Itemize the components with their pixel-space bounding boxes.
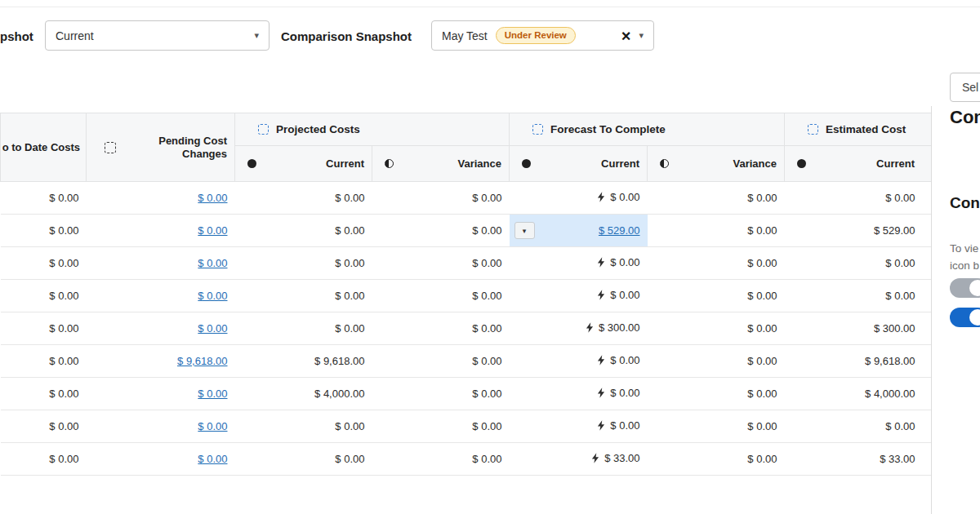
- toggle-knob: [969, 280, 980, 296]
- expand-row-button[interactable]: ▾: [514, 222, 535, 239]
- pending-cost-link[interactable]: $ 0.00: [198, 224, 227, 237]
- pending-cost-link[interactable]: $ 0.00: [198, 322, 227, 335]
- table-row: $ 0.00$ 0.00$ 0.00$ 0.00$ 33.00$ 0.00$ 3…: [1, 443, 932, 476]
- forecast-current-cell: $ 0.00: [510, 247, 648, 280]
- group-label: Forecast To Complete: [550, 123, 666, 135]
- snapshot-compare-icon: [532, 124, 543, 135]
- forecast-variance-cell: $ 0.00: [648, 345, 785, 378]
- forecast-current-value: $ 0.00: [610, 387, 639, 399]
- estimated-current-cell: $ 0.00: [785, 182, 932, 215]
- budget-comparison-screen: pshot Current ▾ Comparison Snapshot May …: [0, 0, 980, 514]
- column-toggle-off[interactable]: [950, 278, 980, 298]
- pending-cost-link[interactable]: $ 0.00: [198, 257, 227, 269]
- pending-cost-cell: $ 0.00: [87, 182, 235, 215]
- forecast-current-value: $ 0.00: [610, 191, 639, 203]
- forecast-current-cell: $ 300.00: [510, 312, 648, 345]
- forecast-current-cell: $ 33.00: [510, 443, 648, 476]
- forecast-current-value: $ 0.00: [610, 419, 639, 432]
- projected-variance-cell: $ 0.00: [372, 345, 510, 378]
- forecast-current-cell: $ 0.00: [510, 280, 648, 312]
- projected-variance-cell: $ 0.00: [372, 312, 510, 345]
- job-to-date-cell: $ 0.00: [1, 443, 87, 476]
- solid-circle-icon: [522, 159, 531, 168]
- forecast-current-link[interactable]: $ 529.00: [599, 224, 640, 237]
- lightning-icon: [586, 322, 594, 333]
- panel-title: Con: [950, 107, 980, 128]
- forecast-current-cell: $ 0.00: [510, 378, 648, 410]
- forecast-current-cell: ▾$ 529.00: [510, 215, 648, 247]
- pending-cost-link[interactable]: $ 0.00: [198, 453, 227, 465]
- estimated-current-cell: $ 4,000.00: [785, 378, 932, 410]
- half-circle-icon: [660, 159, 669, 168]
- projected-variance-cell: $ 0.00: [372, 378, 510, 410]
- projected-variance-cell: $ 0.00: [372, 443, 510, 476]
- lightning-icon: [597, 257, 605, 268]
- forecast-variance-cell: $ 0.00: [648, 182, 785, 215]
- pending-cost-cell: $ 0.00: [87, 280, 235, 312]
- estimated-current-cell: $ 0.00: [785, 280, 932, 312]
- comparison-snapshot-select[interactable]: May Test Under Review × ▾: [431, 20, 654, 51]
- estimated-current-cell: $ 9,618.00: [785, 345, 932, 378]
- pending-cost-link[interactable]: $ 0.00: [198, 420, 227, 432]
- snapshot-select[interactable]: Current ▾: [45, 20, 270, 51]
- projected-variance-cell: $ 0.00: [372, 182, 510, 215]
- half-circle-icon: [385, 159, 394, 168]
- projected-current-cell: $ 0.00: [235, 280, 372, 312]
- chevron-down-icon: ▾: [639, 31, 644, 40]
- table-row: $ 0.00$ 0.00$ 0.00$ 0.00▾$ 529.00$ 0.00$…: [1, 215, 932, 247]
- job-to-date-cell: $ 0.00: [1, 345, 87, 378]
- pending-cost-cell: $ 0.00: [87, 247, 235, 280]
- comparison-select-value: May Test: [442, 29, 488, 42]
- lightning-icon: [591, 453, 599, 463]
- column-header-projected-variance: Variance: [372, 146, 510, 182]
- group-label: Projected Costs: [276, 123, 360, 135]
- table-row: $ 0.00$ 0.00$ 0.00$ 0.00$ 0.00$ 0.00$ 0.…: [1, 247, 932, 280]
- select-button[interactable]: Sel: [950, 73, 980, 102]
- table-row: $ 0.00$ 0.00$ 0.00$ 0.00$ 300.00$ 0.00$ …: [1, 312, 932, 345]
- estimated-current-cell: $ 33.00: [785, 443, 932, 476]
- snapshot-compare-icon: [258, 124, 269, 135]
- job-to-date-cell: $ 0.00: [1, 280, 87, 312]
- budget-comparison-table: o to Date Costs Pending Cost Changes Pro…: [0, 113, 931, 476]
- projected-variance-cell: $ 0.00: [372, 410, 510, 443]
- snapshot-label: pshot: [0, 29, 36, 43]
- pending-cost-link[interactable]: $ 0.00: [198, 388, 227, 400]
- column-header-forecast-variance: Variance: [648, 146, 785, 182]
- forecast-current-value: $ 0.00: [610, 289, 639, 301]
- job-to-date-cell: $ 0.00: [1, 378, 87, 410]
- job-to-date-cell: $ 0.00: [1, 312, 87, 345]
- panel-divider: [931, 106, 932, 514]
- forecast-current-value: $ 0.00: [610, 256, 639, 268]
- table-row: $ 0.00$ 0.00$ 4,000.00$ 0.00$ 0.00$ 0.00…: [1, 378, 932, 410]
- pending-cost-link[interactable]: $ 0.00: [198, 290, 227, 302]
- forecast-current-cell: $ 0.00: [510, 410, 648, 443]
- projected-current-cell: $ 0.00: [235, 247, 372, 280]
- group-header-row: o to Date Costs Pending Cost Changes Pro…: [1, 113, 932, 146]
- forecast-current-cell: $ 0.00: [510, 345, 648, 378]
- pending-cost-cell: $ 0.00: [87, 312, 235, 345]
- column-toggle-on[interactable]: [950, 308, 980, 327]
- group-header-projected-costs: Projected Costs: [235, 113, 510, 146]
- estimated-current-cell: $ 0.00: [785, 410, 932, 443]
- clear-selection-icon[interactable]: ×: [621, 28, 631, 44]
- pending-cost-link[interactable]: $ 9,618.00: [177, 355, 227, 367]
- solid-circle-icon: [797, 159, 806, 168]
- column-header-pending-cost-changes: Pending Cost Changes: [87, 113, 235, 182]
- job-to-date-cell: $ 0.00: [1, 410, 87, 443]
- table-row: $ 0.00$ 0.00$ 0.00$ 0.00$ 0.00$ 0.00$ 0.…: [1, 280, 932, 312]
- table-row: $ 0.00$ 9,618.00$ 9,618.00$ 0.00$ 0.00$ …: [1, 345, 932, 378]
- top-divider: [0, 7, 980, 7]
- chevron-down-icon: ▾: [254, 31, 259, 40]
- pending-header-label: Pending Cost Changes: [132, 135, 227, 161]
- lightning-icon: [597, 420, 605, 431]
- projected-current-cell: $ 0.00: [235, 182, 372, 215]
- lightning-icon: [597, 192, 605, 202]
- projected-current-cell: $ 9,618.00: [235, 345, 372, 378]
- forecast-variance-cell: $ 0.00: [648, 443, 785, 476]
- panel-description: To vie icon b: [950, 240, 979, 274]
- pending-cost-link[interactable]: $ 0.00: [198, 192, 227, 204]
- job-to-date-cell: $ 0.00: [1, 182, 87, 215]
- group-header-estimated-cost: Estimated Cost: [785, 113, 932, 146]
- pending-cost-cell: $ 0.00: [87, 215, 235, 247]
- forecast-variance-cell: $ 0.00: [648, 215, 785, 247]
